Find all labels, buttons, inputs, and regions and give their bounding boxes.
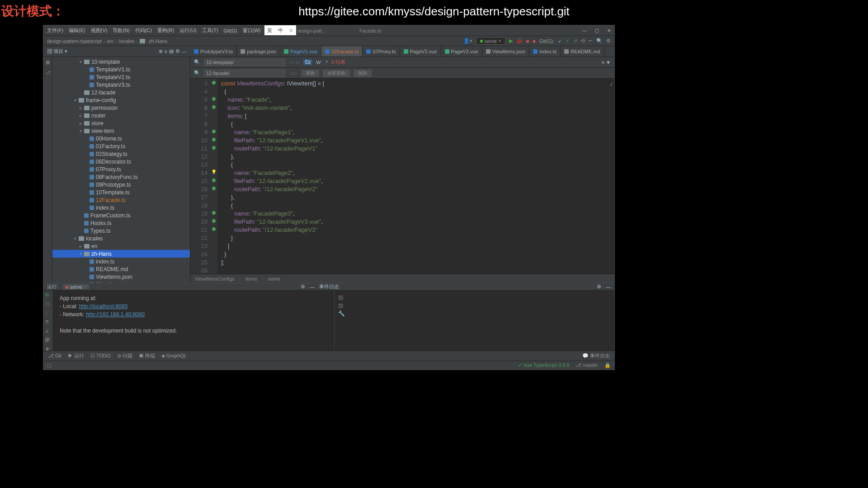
settings-icon[interactable]: ▤ bbox=[338, 294, 611, 300]
gutter-marker[interactable] bbox=[212, 187, 216, 190]
bc-seg[interactable]: name bbox=[268, 276, 280, 282]
tree-item[interactable]: ▸router bbox=[52, 112, 190, 119]
bc-seg[interactable]: ViewItemsConfigs bbox=[195, 276, 235, 282]
up-icon[interactable]: ⇈ bbox=[45, 319, 51, 325]
tree-item[interactable]: FrameCustom.ts bbox=[52, 211, 190, 219]
tree-item[interactable]: 10Template.ts bbox=[52, 188, 190, 196]
tool-windows-icon[interactable]: ▢ bbox=[47, 362, 52, 368]
tree-item[interactable]: Hooks.ts bbox=[52, 219, 190, 227]
run-icon[interactable]: ▶ bbox=[509, 38, 513, 44]
vcs-history-icon[interactable]: ⟲ bbox=[581, 38, 585, 44]
tree-item[interactable]: 00Home.ts bbox=[52, 135, 190, 142]
gutter-marker[interactable] bbox=[212, 227, 216, 231]
run-config-badge[interactable]: ■serve× bbox=[63, 284, 89, 290]
gutter-marker[interactable] bbox=[212, 178, 216, 182]
gutter-marker[interactable] bbox=[212, 130, 216, 133]
rerun-icon[interactable]: ↻ bbox=[45, 292, 51, 298]
tree-item[interactable]: 12-facade bbox=[52, 89, 190, 96]
run-output[interactable]: App running at: - Local: http://localhos… bbox=[52, 291, 334, 354]
tree-item[interactable]: Types.ts bbox=[52, 227, 190, 235]
find-input[interactable] bbox=[204, 59, 285, 66]
stop-icon[interactable]: ■ bbox=[526, 38, 529, 44]
maximize-icon[interactable]: ▢ bbox=[595, 28, 599, 33]
editor-tab[interactable]: PageV1.vue bbox=[280, 46, 321, 56]
tree-item[interactable]: TemplateV3.ts bbox=[52, 81, 190, 89]
left-toolwindow-bar[interactable]: ▦ ⎇ bbox=[43, 57, 52, 283]
tree-item[interactable]: 01Factory.ts bbox=[52, 142, 190, 150]
exclude-btn[interactable]: 批除 bbox=[354, 70, 372, 77]
event-log-tab[interactable]: 💬 事件日志 bbox=[582, 352, 610, 359]
clear-icon[interactable]: ▤ bbox=[338, 302, 611, 309]
collapse-icon[interactable]: ≡ bbox=[165, 49, 167, 54]
tree-item[interactable]: TemplateV2.ts bbox=[52, 73, 190, 81]
editor-tab[interactable]: PageV2.vue bbox=[400, 46, 441, 56]
menu-item[interactable]: 重构(R) bbox=[157, 27, 174, 34]
tree-item[interactable]: index.ts bbox=[52, 204, 190, 211]
gutter-marker[interactable] bbox=[212, 211, 216, 215]
intention-bulb-icon[interactable]: 💡 bbox=[211, 168, 217, 176]
gutter-marker[interactable] bbox=[212, 81, 216, 84]
tree-item[interactable]: ▸permission bbox=[52, 104, 190, 112]
replace-input[interactable] bbox=[204, 70, 285, 77]
bc-seg[interactable]: items bbox=[245, 276, 257, 282]
editor-tab[interactable]: README.md bbox=[561, 46, 604, 56]
minimize-icon[interactable]: — bbox=[310, 284, 315, 290]
tree-item[interactable]: README.md bbox=[52, 265, 190, 273]
vcs-update-icon[interactable]: ↙ bbox=[558, 38, 562, 44]
menu-item[interactable]: 导航(N) bbox=[113, 27, 129, 34]
wrap-icon[interactable]: ↲ bbox=[45, 328, 51, 334]
regex-icon[interactable]: .* bbox=[325, 60, 328, 65]
editor-tab[interactable]: package.json bbox=[237, 46, 280, 56]
editor-breadcrumb[interactable]: ViewItemsConfigs› items› name bbox=[190, 274, 614, 283]
editor-tab[interactable]: index.ts bbox=[529, 46, 561, 56]
network-link[interactable]: http://192.168.1.40:8080 bbox=[86, 311, 145, 318]
structure-icon[interactable]: ▦ bbox=[46, 60, 50, 65]
tree-item[interactable]: YApp.json bbox=[52, 281, 190, 283]
menu-item[interactable]: 代码(C) bbox=[135, 27, 152, 34]
search-icon[interactable]: 🔍 bbox=[596, 38, 603, 44]
crumb[interactable]: src bbox=[107, 38, 114, 44]
menu-item[interactable]: 编辑(E) bbox=[69, 27, 85, 34]
lock-icon[interactable]: 🔒 bbox=[604, 362, 611, 368]
menu-item[interactable]: 文件(F) bbox=[47, 27, 63, 34]
tree-item[interactable]: ▾10-template bbox=[52, 58, 190, 66]
tree-item[interactable]: ▸en bbox=[52, 242, 190, 250]
minimize-icon[interactable]: — bbox=[582, 28, 587, 33]
editor-tab[interactable]: 12Facade.ts bbox=[321, 46, 363, 56]
run-config[interactable]: serve▾ bbox=[476, 37, 505, 45]
editor-tab[interactable]: 07Proxy.ts bbox=[363, 46, 400, 56]
expand-icon[interactable]: ▤ bbox=[169, 48, 174, 54]
menu-item[interactable]: 运行(U) bbox=[179, 27, 196, 34]
vcs-commit-icon[interactable]: ✓ bbox=[566, 38, 570, 44]
tree-item[interactable]: ▸store bbox=[52, 119, 190, 127]
debug-icon[interactable]: 🐞 bbox=[516, 38, 523, 44]
editor-tab[interactable]: ViewItems.json bbox=[482, 46, 530, 56]
user-icon[interactable]: 👤▾ bbox=[463, 38, 472, 44]
minimize-icon[interactable]: — bbox=[606, 284, 611, 290]
project-label[interactable]: ▦ 项目 ▾ bbox=[47, 48, 67, 55]
wrench-icon[interactable]: 🔧 bbox=[338, 310, 611, 317]
next-icon[interactable]: ▷ bbox=[296, 59, 300, 65]
match-case[interactable]: Cc bbox=[303, 59, 312, 65]
menu-item[interactable]: 视图(V) bbox=[91, 27, 108, 34]
tree-item[interactable]: 12Facade.ts bbox=[52, 196, 190, 204]
gutter-marker[interactable] bbox=[212, 138, 216, 141]
git-branch[interactable]: ⎇ master bbox=[576, 362, 598, 368]
hide-icon[interactable]: — bbox=[182, 49, 187, 54]
crumb[interactable]: locales bbox=[119, 38, 134, 44]
tree-item[interactable]: ▾zh-Hans bbox=[52, 250, 190, 258]
gutter-marker[interactable] bbox=[212, 219, 216, 223]
event-log-panel[interactable]: ▤ ▤ 🔧 bbox=[334, 291, 614, 354]
crumb[interactable]: zh-Hans bbox=[149, 38, 167, 44]
locate-icon[interactable]: ⊕ bbox=[159, 48, 163, 54]
gear-icon[interactable]: ⚙ bbox=[597, 284, 601, 290]
tree-item[interactable]: ViewItems.json bbox=[52, 273, 190, 281]
tree-item[interactable]: 07Proxy.ts bbox=[52, 165, 190, 173]
localhost-link[interactable]: http://localhost:8080 bbox=[79, 303, 127, 310]
replace-all-btn[interactable]: 全部替换 bbox=[323, 70, 350, 77]
project-tree[interactable]: ▾10-templateTemplateV1.tsTemplateV2.tsTe… bbox=[52, 57, 190, 283]
words[interactable]: W bbox=[316, 60, 321, 65]
menu-item[interactable]: 工具(T) bbox=[202, 27, 218, 34]
tree-item[interactable]: 09Prototype.ts bbox=[52, 181, 190, 188]
menu-item[interactable]: Git(G) bbox=[224, 28, 237, 33]
